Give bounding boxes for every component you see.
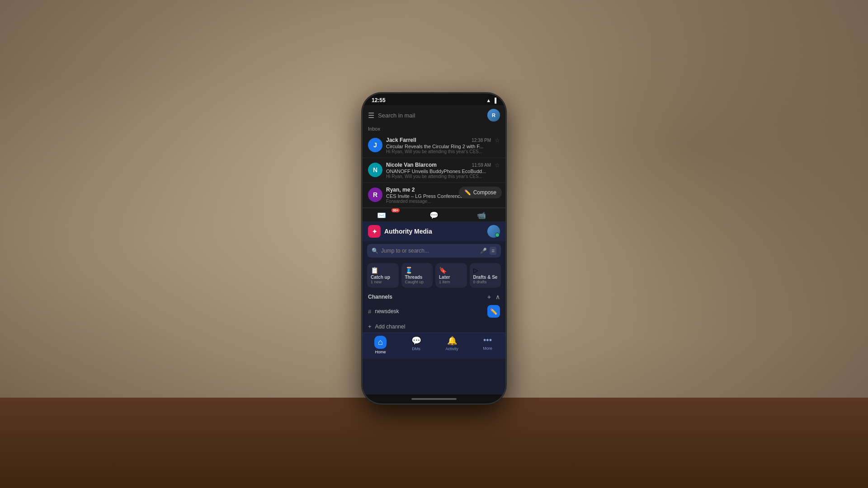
later-subtitle: 1 item [439,280,463,284]
slack-bottom-nav: ⌂ Home 💬 DMs 🔔 Activity ••• More [363,333,505,359]
email-item[interactable]: J Jack Farrell 12:38 PM Circular Reveals… [363,133,505,158]
add-channel-item[interactable]: + Add channel [363,320,505,333]
later-icon: 🔖 [439,267,463,274]
mail-tab-icon: ✉️ [377,211,386,219]
channel-item[interactable]: # newsdesk ✏️ [363,302,505,320]
channel-edit-button[interactable]: ✏️ [487,305,500,318]
catchup-title: Catch up [371,275,395,280]
slack-workspace-name: Authority Media [384,228,432,235]
slack-voice-icon[interactable]: 🎤 [480,248,487,254]
status-time: 12:55 [372,97,386,103]
status-bar: 12:55 ▲ ▐ [363,94,505,105]
status-icons: ▲ ▐ [486,98,496,103]
more-nav-icon: ••• [483,336,492,345]
email-content: Nicole Van Blarcom 11:59 AM ONANOFF Unve… [386,162,491,179]
pencil-icon: ✏️ [464,189,471,196]
threads-title: Threads [405,275,429,280]
edit-icon: ✏️ [490,308,497,315]
more-nav-label: More [483,346,492,351]
drafts-icon: ▷ [473,267,498,274]
email-avatar: R [368,188,382,202]
gmail-search-input[interactable]: Search in mail [378,112,484,119]
gmail-tab-mail[interactable]: ✉️ 99+ [363,211,410,220]
battery-icon: ▐ [493,98,496,103]
gmail-section: ☰ Search in mail R Inbox J Jack Farrell … [363,105,505,221]
home-indicator [363,394,505,404]
add-channel-label: Add channel [375,324,406,330]
channels-header: Channels + ∧ [363,291,505,302]
slack-search-input[interactable]: Jump to or search... [381,248,477,254]
hamburger-icon[interactable]: ☰ [368,111,374,120]
email-preview: Hi Ryan, Will you be attending this year… [386,149,491,154]
activity-nav-label: Activity [445,347,458,351]
gmail-search-bar[interactable]: ☰ Search in mail R [363,105,505,125]
email-item[interactable]: N Nicole Van Blarcom 11:59 AM ONANOFF Un… [363,158,505,183]
email-time: 11:59 AM [472,163,491,168]
slack-quick-actions: 📋 Catch up 1 new 🧵 Threads Caught up 🔖 L… [363,260,505,291]
catchup-subtitle: 1 new [371,280,395,284]
email-avatar: J [368,138,382,152]
star-icon[interactable]: ☆ [495,137,500,144]
compose-button[interactable]: ✏️ Compose [459,187,502,198]
slack-nav-activity[interactable]: 🔔 Activity [434,336,470,354]
email-sender: Ryan, me 2 [386,187,415,193]
email-preview: Hi Ryan, Will you be attending this year… [386,174,491,179]
channel-hash-icon: # [368,308,371,315]
drafts-subtitle: 0 drafts [473,280,498,284]
slack-nav-more[interactable]: ••• More [470,336,505,354]
threads-subtitle: Caught up [405,280,429,284]
channels-label: Channels [368,294,392,300]
wifi-icon: ▲ [486,98,491,103]
dms-nav-icon: 💬 [411,336,421,346]
inbox-label: Inbox [363,125,505,133]
slack-logo-icon: ✦ [372,227,377,236]
meet-tab-icon: 📹 [477,211,486,220]
gmail-tab-chat[interactable]: 💬 [410,211,458,220]
email-time: 12:38 PM [472,138,491,143]
dms-nav-label: DMs [412,347,420,351]
star-icon[interactable]: ☆ [495,162,500,169]
email-subject: Circular Reveals the Circular Ring 2 wit… [386,144,491,149]
gmail-user-avatar[interactable]: R [487,109,500,122]
home-nav-label: Home [375,350,386,354]
slack-logo: ✦ [368,225,381,238]
slack-user-avatar[interactable] [487,225,500,238]
slack-section: ✦ Authority Media 🔍 Jump to or search...… [363,221,505,394]
mail-badge: 99+ [392,208,400,212]
collapse-channels-icon[interactable]: ∧ [495,293,500,300]
email-subject: ONANOFF Unveils BuddyPhones EcoBudd... [386,169,491,174]
channel-name: newsdesk [375,308,484,314]
drafts-card[interactable]: ▷ Drafts & Se 0 drafts [470,263,501,288]
add-channel-plus-icon: + [368,323,372,330]
home-bar [411,398,457,400]
chat-tab-icon: 💬 [429,211,439,220]
later-card[interactable]: 🔖 Later 1 item [435,263,467,288]
email-avatar: N [368,163,382,177]
email-preview: Forwarded message... [386,199,491,204]
slack-header: ✦ Authority Media [363,221,505,241]
slack-workspace-info: ✦ Authority Media [368,225,432,238]
compose-label: Compose [473,189,496,196]
threads-icon: 🧵 [405,267,429,274]
slack-filter-icon[interactable]: ≡ [490,247,496,255]
email-row-container: R Ryan, me 2 CES Invite – LG Press Confe… [363,183,505,208]
slack-nav-home[interactable]: ⌂ Home [363,336,398,354]
email-content: Jack Farrell 12:38 PM Circular Reveals t… [386,137,491,154]
home-nav-icon: ⌂ [378,338,383,347]
slack-search-bar[interactable]: 🔍 Jump to or search... 🎤 ≡ [367,244,501,258]
email-sender: Jack Farrell [386,137,416,143]
later-title: Later [439,275,463,280]
add-channel-icon[interactable]: + [487,293,491,300]
catchup-icon: 📋 [371,267,395,274]
slack-nav-dms[interactable]: 💬 DMs [398,336,434,354]
channels-actions: + ∧ [487,293,500,300]
drafts-title: Drafts & Se [473,275,498,280]
threads-card[interactable]: 🧵 Threads Caught up [401,263,433,288]
email-sender: Nicole Van Blarcom [386,162,437,168]
gmail-tab-meet[interactable]: 📹 [458,211,505,220]
gmail-tabs: ✉️ 99+ 💬 📹 [363,208,505,221]
phone-device: 12:55 ▲ ▐ ☰ Search in mail R Inbox J Ja [362,93,506,404]
catchup-card[interactable]: 📋 Catch up 1 new [367,263,399,288]
activity-nav-icon: 🔔 [447,336,457,346]
slack-search-icon: 🔍 [372,248,378,254]
